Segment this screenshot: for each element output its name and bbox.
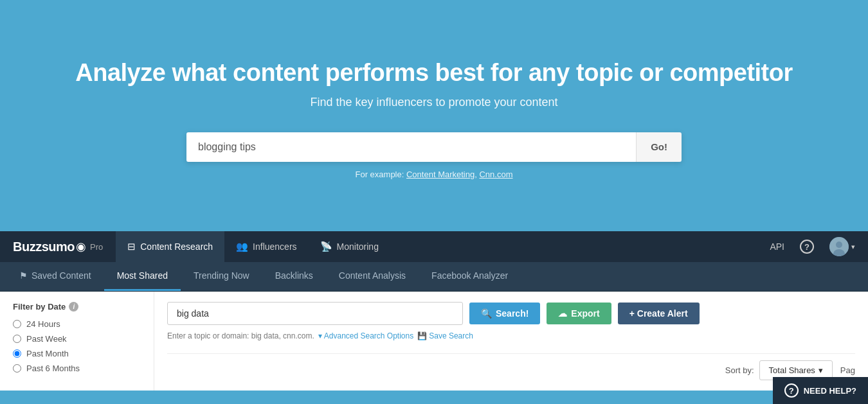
sub-nav-most-shared-label: Most Shared (117, 270, 168, 281)
content-search-input[interactable] (167, 302, 463, 325)
advanced-search-link[interactable]: ▾ Advanced Search Options (318, 331, 413, 340)
sub-nav: ⚑ Saved Content Most Shared Trending Now… (0, 262, 868, 292)
brand-pro: Pro (90, 242, 103, 252)
app-bar: Buzzsumo ◉ Pro ⊟ Content Research 👥 Infl… (0, 231, 868, 262)
nav-item-monitoring-label: Monitoring (337, 242, 379, 252)
save-icon: 💾 (417, 331, 427, 340)
content-search-button[interactable]: 🔍 Search! (469, 303, 540, 324)
hero-search-input[interactable] (186, 132, 636, 162)
page-label: Pag (840, 365, 855, 375)
brand: Buzzsumo ◉ Pro (6, 240, 109, 254)
hero-section: Analyze what content performs best for a… (0, 0, 868, 231)
hero-title: Analyze what content performs best for a… (75, 59, 793, 87)
help-circle-icon[interactable]: ? (800, 240, 814, 254)
sub-nav-trending-now-label: Trending Now (194, 270, 249, 281)
create-alert-button[interactable]: + Create Alert (618, 303, 700, 324)
sort-label: Sort by: (725, 365, 754, 375)
nav-item-monitoring[interactable]: 📡 Monitoring (309, 231, 390, 262)
sub-nav-backlinks-label: Backlinks (275, 270, 313, 281)
content-research-icon: ⊟ (127, 241, 136, 252)
nav-item-content-research[interactable]: ⊟ Content Research (116, 231, 224, 262)
main-content: 🔍 Search! ☁ Export + Create Alert Enter … (154, 292, 868, 391)
saved-content-icon: ⚑ (19, 270, 28, 281)
nav-right: API ? ▾ (763, 231, 868, 262)
brand-name: Buzzsumo (13, 240, 75, 254)
example-prefix: For example: (355, 170, 404, 179)
hero-search-bar: Go! (186, 132, 682, 162)
nav-item-influencers[interactable]: 👥 Influencers (224, 231, 308, 262)
user-menu-arrow: ▾ (851, 243, 855, 251)
nav-item-influencers-label: Influencers (253, 242, 296, 252)
avatar[interactable] (829, 237, 849, 256)
help-button[interactable]: ? (793, 231, 820, 262)
sub-nav-saved-content[interactable]: ⚑ Saved Content (6, 262, 104, 291)
sub-nav-facebook-analyzer[interactable]: Facebook Analyzer (419, 262, 521, 291)
filter-past-month-radio[interactable] (13, 349, 21, 358)
sidebar: Filter by Date i 24 Hours Past Week Past… (0, 292, 154, 391)
filter-past-week-radio[interactable] (13, 335, 21, 343)
hint-text: Enter a topic or domain: big data, cnn.c… (167, 331, 314, 340)
sub-nav-content-analysis-label: Content Analysis (339, 270, 406, 281)
chevron-down-icon: ▾ (318, 331, 322, 340)
info-icon[interactable]: i (69, 302, 78, 312)
filter-past-week[interactable]: Past Week (13, 334, 141, 344)
example-link-cnn[interactable]: Cnn.com (479, 170, 512, 179)
monitoring-icon: 📡 (320, 241, 332, 252)
sort-chevron-icon: ▾ (818, 365, 823, 375)
user-menu[interactable]: ▾ (823, 231, 862, 262)
need-help-button[interactable]: ? NEED HELP? (773, 377, 868, 404)
hero-subtitle: Find the key influencers to promote your… (310, 96, 557, 109)
hint-row: Enter a topic or domain: big data, cnn.c… (167, 331, 855, 340)
content-search-row: 🔍 Search! ☁ Export + Create Alert (167, 302, 855, 325)
sub-nav-backlinks[interactable]: Backlinks (262, 262, 326, 291)
hero-go-button[interactable]: Go! (636, 132, 682, 162)
influencers-icon: 👥 (236, 241, 248, 252)
date-filter-group: 24 Hours Past Week Past Month Past 6 Mon… (13, 319, 141, 373)
filter-past-6months-radio[interactable] (13, 364, 21, 373)
sub-nav-trending-now[interactable]: Trending Now (181, 262, 262, 291)
svg-point-1 (836, 242, 842, 248)
need-help-icon: ? (784, 383, 799, 398)
filter-past-month[interactable]: Past Month (13, 349, 141, 358)
filter-24hours[interactable]: 24 Hours (13, 319, 141, 329)
brand-icon: ◉ (76, 240, 86, 254)
export-icon: ☁ (558, 308, 567, 319)
sub-nav-most-shared[interactable]: Most Shared (104, 262, 181, 291)
nav-item-content-research-label: Content Research (140, 242, 213, 252)
filter-past-6months[interactable]: Past 6 Months (13, 364, 141, 373)
content-area: Filter by Date i 24 Hours Past Week Past… (0, 292, 868, 391)
save-search-link[interactable]: 💾 Save Search (417, 331, 473, 340)
example-text: For example: Content Marketing, Cnn.com (355, 170, 512, 179)
sidebar-filter-title: Filter by Date i (13, 302, 141, 312)
export-button[interactable]: ☁ Export (547, 303, 611, 324)
sub-nav-facebook-analyzer-label: Facebook Analyzer (431, 270, 508, 281)
sub-nav-saved-content-label: Saved Content (32, 270, 91, 281)
api-link[interactable]: API (763, 231, 791, 262)
filter-24hours-radio[interactable] (13, 320, 21, 328)
search-icon: 🔍 (481, 308, 492, 319)
example-link-content-marketing[interactable]: Content Marketing (406, 170, 475, 179)
sub-nav-content-analysis[interactable]: Content Analysis (326, 262, 419, 291)
